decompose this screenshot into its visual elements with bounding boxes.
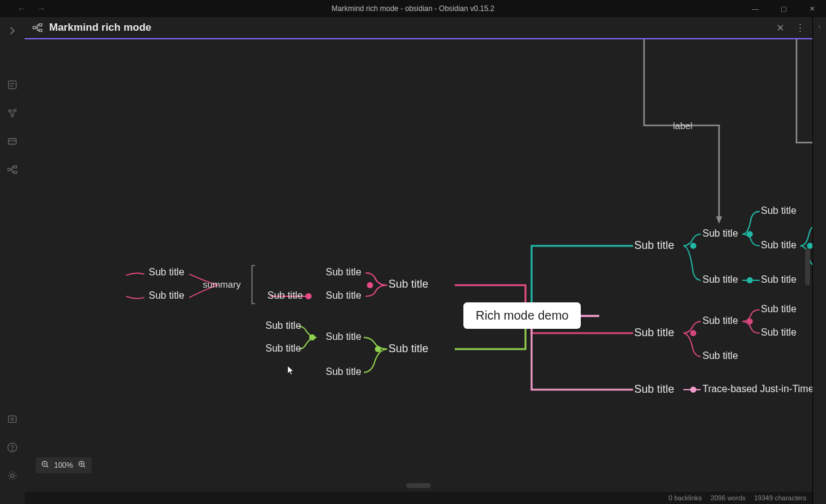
vault-icon[interactable] [5, 412, 20, 427]
node-teal-leaf-a[interactable]: Sub title [761, 205, 796, 216]
node-rose-leaf-a[interactable]: Sub title [761, 304, 796, 315]
summary-label[interactable]: summary [203, 279, 241, 289]
node-teal-leaf-c[interactable]: Sub title [761, 274, 796, 285]
close-tab-button[interactable]: ✕ [776, 22, 784, 34]
expand-right-icon[interactable]: ‹ [819, 22, 821, 31]
node-teal-leaf-b[interactable]: Sub title [761, 240, 796, 251]
maximize-button[interactable]: ▢ [769, 0, 798, 17]
node-rose-mid[interactable]: Sub title [702, 315, 738, 326]
zoom-level: 100% [54, 461, 73, 470]
svg-point-21 [747, 231, 753, 237]
zoom-out-button[interactable] [41, 460, 49, 470]
svg-point-24 [690, 330, 696, 336]
node-crimson-mid-a[interactable]: Sub title [326, 267, 361, 278]
mindmap-icon[interactable] [5, 162, 20, 177]
svg-point-16 [367, 282, 373, 288]
node-teal-main[interactable]: Sub title [634, 239, 674, 252]
horizontal-scrollbar[interactable] [406, 483, 431, 488]
help-icon[interactable] [5, 440, 20, 455]
zoom-control: 100% [36, 457, 92, 473]
svg-point-9 [11, 418, 14, 420]
svg-rect-6 [14, 166, 17, 168]
node-crimson-leaf-a[interactable]: Sub title [149, 267, 184, 278]
svg-rect-15 [39, 30, 42, 32]
node-pink-leaf[interactable]: Trace-based Just-in-Time [702, 384, 812, 395]
node-green-main[interactable]: Sub title [388, 342, 428, 355]
svg-point-20 [690, 243, 696, 249]
minimize-button[interactable]: — [741, 0, 769, 17]
svg-point-12 [10, 474, 14, 477]
mindmap-canvas[interactable]: Rich mode demo Sub title Sub title Sub t… [25, 39, 812, 492]
node-teal-mid[interactable]: Sub title [702, 228, 738, 239]
svg-rect-0 [9, 81, 17, 89]
more-options-button[interactable]: ⋮ [795, 22, 805, 34]
left-rail [0, 17, 25, 504]
status-backlinks: 0 backlinks [669, 494, 702, 502]
right-rail: ‹ [812, 17, 826, 504]
node-rose-main[interactable]: Sub title [634, 326, 674, 339]
node-crimson-mid-b[interactable]: Sub title [326, 290, 361, 301]
window-title: Markmind rich mode - obsidian - Obsidian… [332, 4, 495, 13]
vertical-scrollbar[interactable] [805, 248, 810, 285]
mindmap-connectors [25, 39, 812, 492]
svg-rect-7 [14, 171, 17, 174]
mindmap-root[interactable]: Rich mode demo [463, 302, 581, 329]
node-green-leaf-a[interactable]: Sub title [266, 320, 301, 331]
svg-rect-5 [8, 168, 10, 171]
canvas-icon[interactable] [5, 134, 20, 149]
node-rose-mid2[interactable]: Sub title [702, 350, 738, 361]
node-pink-main[interactable]: Sub title [634, 383, 674, 396]
node-crimson-sub[interactable]: Sub title [267, 290, 303, 301]
mindmap-file-icon [32, 22, 43, 33]
status-chars: 19349 characters [754, 494, 806, 502]
tab-bar: Markmind rich mode ✕ ⋮ [25, 17, 812, 39]
svg-point-11 [12, 450, 12, 451]
node-rose-leaf-b[interactable]: Sub title [761, 327, 796, 338]
status-bar: 0 backlinks 2096 words 19349 characters [25, 492, 812, 504]
zoom-in-button[interactable] [78, 460, 86, 470]
node-crimson-leaf-b[interactable]: Sub title [149, 290, 184, 301]
tab-title: Markmind rich mode [49, 22, 151, 34]
node-green-mid-a[interactable]: Sub title [326, 331, 361, 342]
titlebar: ← → Markmind rich mode - obsidian - Obsi… [0, 0, 826, 17]
quick-switcher-icon[interactable] [5, 77, 20, 92]
back-button[interactable]: ← [17, 4, 26, 14]
node-teal-mid2[interactable]: Sub title [702, 274, 738, 285]
svg-rect-13 [33, 26, 36, 29]
node-green-leaf-b[interactable]: Sub title [266, 343, 301, 354]
svg-rect-8 [9, 416, 17, 423]
arrow-label[interactable]: label [673, 120, 693, 131]
expand-left-icon[interactable] [5, 23, 20, 38]
node-green-mid-b[interactable]: Sub title [326, 366, 361, 377]
svg-rect-4 [9, 139, 17, 144]
forward-button[interactable]: → [37, 4, 45, 14]
settings-icon[interactable] [5, 468, 20, 483]
status-words: 2096 words [710, 494, 745, 502]
graph-icon[interactable] [5, 106, 20, 120]
svg-rect-14 [39, 24, 42, 26]
close-window-button[interactable]: ✕ [798, 0, 826, 17]
node-crimson-main[interactable]: Sub title [388, 278, 428, 291]
